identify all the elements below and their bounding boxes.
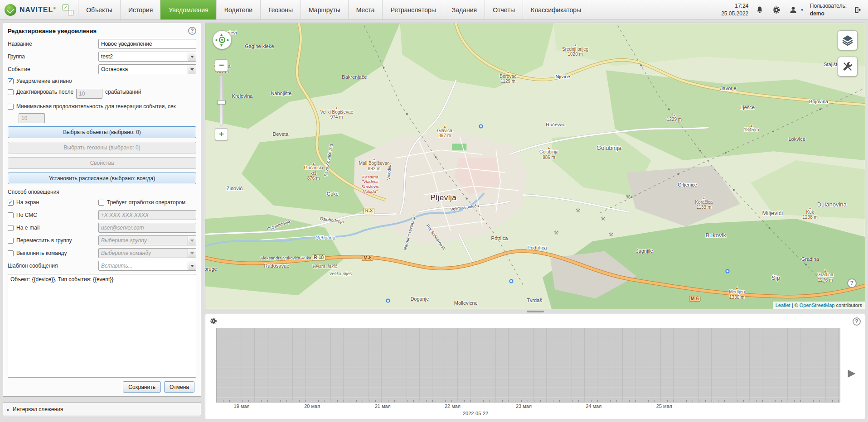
command-select[interactable]: Выберите команду — [98, 248, 196, 258]
timeline-body: 19 мая20 мая21 мая22 мая23 мая24 мая25 м… — [205, 327, 865, 419]
event-row: Событие Остановка — [8, 64, 196, 74]
clock-date: 25.05.2022 — [721, 10, 748, 17]
nav-item-Водители[interactable]: Водители — [216, 0, 260, 19]
play-button[interactable]: ▶ — [848, 367, 856, 379]
map-canvas[interactable]: ajeviGagine kleke▲Crkvišta919 mBakrenjač… — [205, 23, 865, 309]
panel-title: Редактирование уведомления — [8, 28, 97, 34]
settings-gear-icon[interactable] — [772, 5, 782, 15]
timeline-date: 23 мая — [516, 403, 532, 409]
timeline-help-icon[interactable]: ? — [853, 317, 861, 326]
active-checkbox-label: Уведомление активно — [16, 78, 72, 84]
timeline-date: 21 мая — [375, 403, 391, 409]
deactivate-count-input[interactable] — [76, 89, 102, 99]
zoom-slider[interactable] — [220, 75, 223, 125]
navitel-logo: NAVITEL® — [5, 4, 56, 16]
min-duration-label: Минимальная продолжительность для генера… — [16, 103, 176, 110]
map-tools-button[interactable] — [838, 57, 858, 77]
deactivate-checkbox-row: Деактивировать после срабатываний — [8, 89, 196, 99]
zoom-in-button[interactable]: + — [215, 128, 228, 140]
screen-checkbox[interactable] — [8, 200, 14, 206]
sms-phone-input[interactable] — [98, 210, 196, 220]
nav-item-Маршруты[interactable]: Маршруты — [301, 0, 348, 19]
map-graphics — [205, 23, 865, 309]
min-duration-value-row — [19, 113, 196, 123]
zoom-out-button[interactable]: − — [215, 59, 228, 72]
timeline-play-column: ▶ — [840, 328, 863, 418]
nav-item-Объекты[interactable]: Объекты — [78, 0, 120, 19]
timeline-toolbar: ? — [205, 314, 865, 327]
active-checkbox-row: Уведомление активно — [8, 78, 196, 84]
active-checkbox[interactable] — [8, 78, 14, 84]
operator-checkbox[interactable] — [98, 200, 104, 206]
chevron-down-icon — [188, 52, 196, 61]
content: Редактирование уведомления ? Название Гр… — [0, 20, 868, 422]
chevron-down-icon — [188, 65, 196, 74]
cancel-button[interactable]: Отмена — [164, 381, 194, 393]
nav-item-Задания[interactable]: Задания — [444, 0, 485, 19]
email-input[interactable] — [98, 223, 196, 233]
group-select[interactable]: test2 — [98, 52, 196, 62]
set-schedule-button[interactable]: Установить расписание (выбрано: всегда) — [8, 173, 196, 184]
select-geozones-button[interactable]: Выбрать геозоны (выбрано: 0) — [8, 142, 196, 153]
nav-item-Уведомления[interactable]: Уведомления — [160, 0, 216, 19]
command-checkbox[interactable] — [8, 250, 14, 256]
right-column: ajeviGagine kleke▲Crkvišta919 mBakrenjač… — [205, 23, 865, 419]
group-label: Группа — [8, 53, 98, 60]
name-input[interactable] — [98, 39, 196, 49]
grid-icon — [68, 10, 73, 15]
tracking-interval-panel[interactable]: ▸ Интервал слежения — [3, 403, 201, 416]
deactivate-checkbox[interactable] — [8, 89, 14, 95]
group-select-value: test2 — [99, 52, 188, 61]
locate-target-icon[interactable] — [219, 37, 225, 43]
save-button[interactable]: Сохранить — [123, 381, 161, 393]
monitoring-panel-toggle-icon[interactable]: ✓ — [63, 5, 73, 15]
user-icon[interactable] — [789, 5, 799, 15]
select-objects-button[interactable]: Выбрать объекты (выбрано: 0) — [8, 126, 196, 138]
min-duration-input[interactable] — [19, 113, 45, 123]
pan-down-icon[interactable]: ▾ — [220, 43, 223, 48]
email-label: На e-mail — [16, 225, 39, 231]
event-select[interactable]: Остановка — [98, 64, 196, 74]
email-checkbox[interactable] — [8, 225, 14, 231]
min-duration-checkbox[interactable] — [8, 104, 14, 110]
map-pan-control[interactable]: ◂ ▸ ▴ ▾ — [213, 30, 232, 49]
clock-time: 17:24 — [721, 2, 748, 10]
chevron-down-icon — [188, 236, 196, 245]
deactivate-suffix: срабатываний — [105, 89, 141, 95]
pan-up-icon[interactable]: ▴ — [220, 32, 223, 37]
panel-help-icon[interactable]: ? — [188, 27, 196, 35]
email-row: На e-mail — [8, 223, 196, 233]
template-select[interactable]: Вставить... — [98, 261, 196, 271]
pan-right-icon[interactable]: ▸ — [227, 38, 229, 42]
leaflet-link[interactable]: Leaflet — [776, 302, 790, 308]
attribution-suffix: contributors — [834, 302, 862, 308]
notifications-bell-icon[interactable] — [755, 5, 765, 15]
panel-resize-handle[interactable] — [205, 309, 865, 314]
logout-icon[interactable] — [853, 5, 863, 15]
nav-item-Места[interactable]: Места — [348, 0, 383, 19]
timeline-settings-gear-icon[interactable] — [209, 317, 218, 326]
group-row: Группа test2 — [8, 52, 196, 62]
user-name: demo — [810, 10, 847, 17]
move-group-select[interactable]: Выберите группу — [98, 235, 196, 245]
sms-checkbox[interactable] — [8, 212, 14, 218]
timeline-chart[interactable] — [216, 328, 840, 403]
map-help-icon[interactable]: ? — [847, 278, 857, 288]
deactivate-label: Деактивировать после — [16, 89, 73, 95]
name-row: Название — [8, 39, 196, 49]
osm-link[interactable]: OpenStreetMap — [800, 302, 835, 308]
timeline-current-row: 2022-05-22 — [216, 410, 840, 418]
zoom-slider-handle[interactable] — [217, 100, 226, 104]
nav-item-Геозоны[interactable]: Геозоны — [260, 0, 301, 19]
nav-item-Классификаторы[interactable]: Классификаторы — [523, 0, 589, 19]
map-layers-button[interactable] — [838, 30, 858, 50]
message-template-textarea[interactable]: Объект: {{device}}, Тип события: {{event… — [8, 274, 196, 378]
move-group-checkbox[interactable] — [8, 238, 14, 244]
pan-left-icon[interactable]: ◂ — [215, 38, 217, 42]
timeline-date: 22 мая — [445, 403, 461, 409]
tracking-interval-title: Интервал слежения — [13, 406, 63, 412]
nav-item-Ретрансляторы[interactable]: Ретрансляторы — [382, 0, 443, 19]
properties-button[interactable]: Свойства — [8, 157, 196, 169]
nav-item-История[interactable]: История — [120, 0, 160, 19]
nav-item-Отчёты[interactable]: Отчёты — [485, 0, 523, 19]
